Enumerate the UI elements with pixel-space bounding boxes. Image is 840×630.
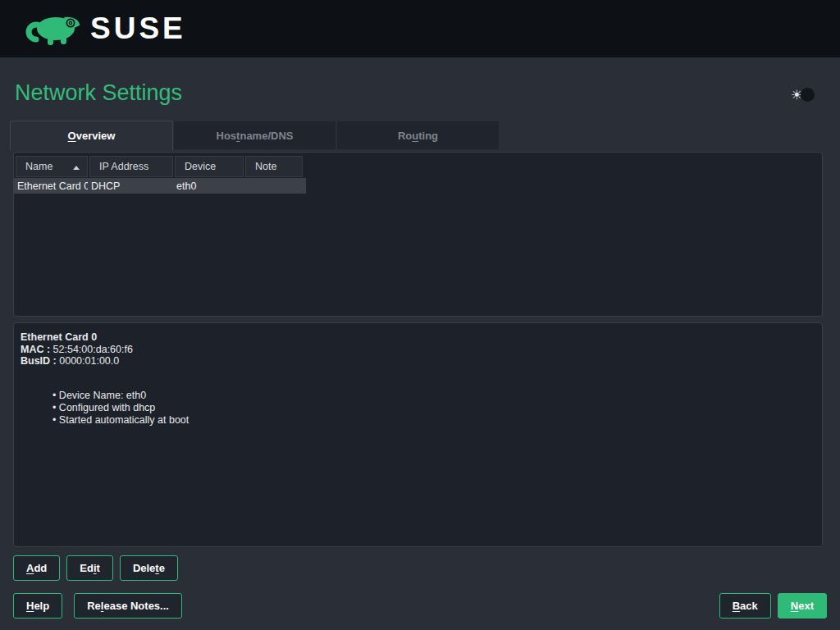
help-button[interactable]: Help [13, 593, 62, 619]
suse-logo: SUSE [23, 8, 186, 49]
tab-hostname-dns[interactable]: Hostname/DNS [173, 121, 336, 150]
cell-device: eth0 [173, 180, 244, 192]
footer-right-buttons: Back Next [719, 593, 827, 619]
mac-line: MAC : 52:54:00:da:60:f6 [21, 344, 815, 356]
property-configured-with: Configured with dhcp [52, 402, 815, 414]
tab-overview[interactable]: Overview [10, 121, 173, 150]
suse-wordmark: SUSE [90, 11, 186, 46]
theme-toggle-button[interactable]: ☀ [791, 85, 815, 105]
tab-routing[interactable]: Routing [336, 121, 500, 150]
tab-label: Overview [68, 130, 116, 142]
back-button[interactable]: Back [719, 593, 771, 619]
busid-line: BusID : 0000:01:00.0 [21, 355, 815, 368]
page-title: Network Settings [15, 80, 182, 106]
device-property-list: Device Name: eth0 Configured with dhcp S… [52, 390, 815, 427]
tab-label: Hostname/DNS [217, 130, 294, 142]
chameleon-icon [23, 8, 82, 49]
sort-asc-icon [73, 166, 80, 170]
network-devices-table-panel: Name IP Address Device Note Ethernet Car… [13, 152, 823, 317]
moon-icon [801, 88, 815, 102]
column-header-note[interactable]: Note [245, 156, 303, 177]
table-action-buttons: Add Edit Delete [13, 555, 178, 581]
cell-name: Ethernet Card 0 [14, 180, 88, 192]
add-button[interactable]: Add [13, 555, 60, 581]
top-bar: SUSE [0, 0, 840, 57]
device-details-panel: Ethernet Card 0 MAC : 52:54:00:da:60:f6 … [13, 322, 823, 547]
tab-label: Routing [398, 130, 438, 142]
next-button[interactable]: Next [778, 593, 827, 619]
tab-bar: Overview Hostname/DNS Routing [10, 121, 500, 150]
table-header-row: Name IP Address Device Note [16, 156, 822, 177]
property-device-name: Device Name: eth0 [52, 390, 815, 402]
device-details-content: Ethernet Card 0 MAC : 52:54:00:da:60:f6 … [14, 323, 822, 435]
footer-left-buttons: Help Release Notes... [13, 593, 182, 619]
table-row-ethernet-card-0[interactable]: Ethernet Card 0 DHCP eth0 [14, 178, 306, 194]
property-started-at-boot: Started automatically at boot [52, 414, 815, 427]
column-header-ip-address[interactable]: IP Address [89, 156, 173, 177]
cell-ip-address: DHCP [88, 180, 173, 192]
edit-button[interactable]: Edit [66, 555, 113, 581]
delete-button[interactable]: Delete [120, 555, 178, 581]
column-header-name[interactable]: Name [16, 156, 88, 177]
release-notes-button[interactable]: Release Notes... [74, 593, 182, 619]
device-title: Ethernet Card 0 [21, 331, 815, 344]
column-header-device[interactable]: Device [175, 156, 244, 177]
